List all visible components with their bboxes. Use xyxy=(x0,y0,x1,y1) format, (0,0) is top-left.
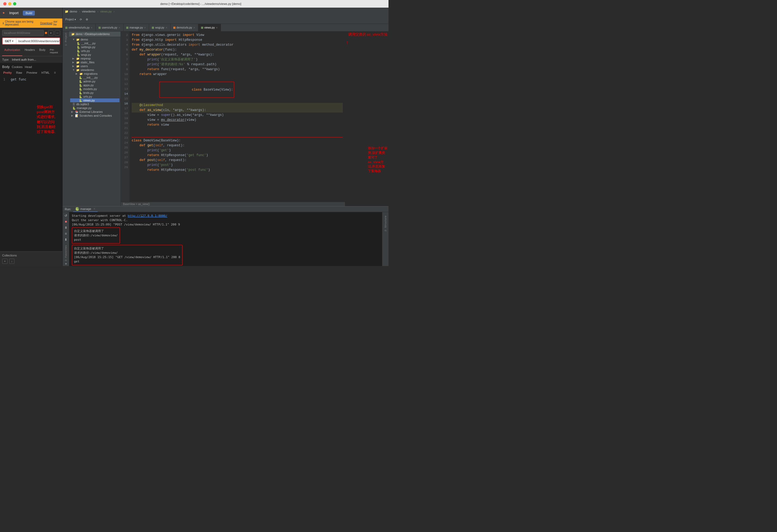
tree-item-urls2[interactable]: 🐍 urls.py xyxy=(70,95,119,99)
tree-label: apps.py xyxy=(83,84,94,87)
method-selector[interactable]: GET ▼ xyxy=(3,38,16,44)
close-icon3[interactable]: ✕ xyxy=(144,26,146,29)
tree-item-views[interactable]: 🐍 views.py xyxy=(70,99,119,102)
tree-item-admin[interactable]: 🐍 admin.py xyxy=(70,80,119,83)
import-button[interactable]: Import xyxy=(7,10,21,16)
tree-item-models[interactable]: 🐍 models.py xyxy=(70,87,119,91)
close-icon4[interactable]: ✕ xyxy=(165,26,168,29)
close-icon5[interactable]: ✕ xyxy=(193,26,195,29)
tree-item-init[interactable]: 🐍 __init__.py xyxy=(70,41,119,45)
close-icon[interactable]: ✕ xyxy=(93,208,96,210)
tree-item-init2[interactable]: 🐍 __init__.py xyxy=(70,76,119,80)
close-button[interactable] xyxy=(3,2,7,5)
toolbar-refresh[interactable]: ⟳ xyxy=(78,17,84,21)
tab-demo-urls[interactable]: demo/urls.py ✕ xyxy=(171,24,198,31)
rerun-button[interactable]: ↺ xyxy=(64,213,68,218)
tab-authorization[interactable]: Authorization xyxy=(2,47,22,56)
tree-label: db.sqlite3 xyxy=(76,103,89,106)
request-tabs: Authorization Headers Body Pre-request xyxy=(0,47,62,56)
tree-label: demo xyxy=(81,38,88,41)
run-line-4: 自定义装饰器被调用了 xyxy=(74,229,118,233)
project-tab-label[interactable]: 1: Project xyxy=(65,33,67,46)
pause-button[interactable]: ⏸ xyxy=(63,225,69,230)
close-icon6[interactable]: ✕ xyxy=(216,26,218,29)
folder-icon: 📁 xyxy=(71,33,75,36)
more-button[interactable]: ··· xyxy=(55,30,60,36)
tree-item-reqresp[interactable]: ▶ 📁 reqresp xyxy=(70,56,119,60)
tree-item-external[interactable]: ▶ 📚 External Libraries xyxy=(70,110,119,114)
tree-label: urls.py xyxy=(83,95,92,98)
url-input-row: + ··· xyxy=(2,30,60,36)
tab-views-active[interactable]: views.py ✕ xyxy=(198,24,221,31)
add-collection-button[interactable]: + xyxy=(2,259,8,264)
run-panel: Run: 🐍 manage ✕ ↺ ■ ⏸ ≡ ⬇ ↗ xyxy=(63,206,388,266)
tree-item-apps[interactable]: 🐍 apps.py xyxy=(70,83,119,87)
tab-pretty[interactable]: Pretty xyxy=(2,71,13,75)
py-icon xyxy=(65,27,68,29)
tab-raw[interactable]: Raw xyxy=(15,71,23,75)
star-icon: ★ xyxy=(65,262,67,265)
tree-item-urls[interactable]: 🐍 urls.py xyxy=(70,49,119,53)
scroll-button[interactable]: ≡ xyxy=(64,231,68,236)
minimize-button[interactable] xyxy=(8,2,11,5)
favorites-label: 2: Favorites xyxy=(65,245,67,261)
active-dot xyxy=(45,32,47,34)
tab-html[interactable]: HTML xyxy=(40,71,50,75)
tab-headers2[interactable]: Head xyxy=(25,65,32,69)
run-line-9: [06/Aug/2018 15:25:15] "GET /view/demovi… xyxy=(74,255,181,259)
tab-preview[interactable]: Preview xyxy=(25,71,38,75)
close-icon[interactable]: ✕ xyxy=(91,26,93,29)
tree-label: tests.py xyxy=(83,91,94,94)
build-button[interactable]: Build xyxy=(23,11,35,15)
tab-headers[interactable]: Headers xyxy=(22,47,37,56)
toolbar-project[interactable]: Project ▾ xyxy=(64,17,78,21)
tree-item-tests[interactable]: 🐍 tests.py xyxy=(70,91,119,95)
tree-item-db[interactable]: 🗄 db.sqlite3 xyxy=(70,102,119,106)
code-lines[interactable]: from django.views.generic import View fr… xyxy=(129,31,345,202)
tree-item-users[interactable]: ▶ 📁 users xyxy=(70,64,119,68)
tree-item-wsgi[interactable]: 🐍 wsgi.py xyxy=(70,53,119,56)
download-link[interactable]: Download xyxy=(40,22,52,25)
run-line-2: Quit the server with CONTROL-C. xyxy=(72,218,379,223)
code-content[interactable]: 2345 6789 10111213 14 15 16 17181920 212… xyxy=(121,31,345,202)
tree-item-static[interactable]: ▶ 📁 static_files xyxy=(70,60,119,64)
tab-manage[interactable]: manage.py ✕ xyxy=(123,24,149,31)
tab-body-label: Body xyxy=(2,65,9,69)
maximize-button[interactable] xyxy=(13,2,16,5)
server-link[interactable]: http://127.0.0.1:8000/ xyxy=(128,214,167,218)
tab-label: viewdemo/urls.py xyxy=(69,26,90,29)
code-line-12: return wrapper xyxy=(132,72,343,77)
run-text-output: Starting development server at http://12… xyxy=(69,212,382,266)
request-url[interactable]: localhost:8000/view/demoview/ xyxy=(16,38,60,44)
import-collection-button[interactable]: ↓ xyxy=(9,259,14,264)
py-icon6 xyxy=(201,27,203,29)
toolbar-gear[interactable]: ⚙ xyxy=(84,17,90,21)
tab-body[interactable]: Body xyxy=(37,47,47,56)
add-tab-button[interactable]: + xyxy=(48,30,53,36)
tab-prerequest[interactable]: Pre-request xyxy=(47,47,60,56)
stop-button[interactable]: ■ xyxy=(64,219,68,224)
tree-item[interactable]: ▼ 📁 demo xyxy=(70,37,119,41)
scroll-end-button[interactable]: ⬇ xyxy=(64,237,68,242)
tab-label5: demo/urls.py xyxy=(177,26,192,29)
tree-item-migrations[interactable]: ▶ 📁 migrations xyxy=(70,72,119,76)
right-annotations: 调用父类的 as_view方法 ↑ 添加一个扩展类,该扩展类重写了as_view… xyxy=(345,31,388,206)
close-icon2[interactable]: ✕ xyxy=(118,26,120,29)
run-line-1: Starting development server at http://12… xyxy=(72,214,379,218)
tab-viewdemo-urls[interactable]: viewdemo/urls.py ✕ xyxy=(63,24,96,31)
code-line-14: class BaseView(View): xyxy=(132,77,343,103)
tree-item-settings[interactable]: 🐍 settings.py xyxy=(70,45,119,49)
url-input[interactable] xyxy=(2,30,44,36)
tree-label: External Libraries xyxy=(80,110,103,113)
window-title: demo [~/Desktop/code/demo] - .../viewdem… xyxy=(16,2,385,5)
tree-item-manage[interactable]: 🐍 manage.py xyxy=(70,106,119,110)
tab-cookies[interactable]: Cookies xyxy=(12,65,23,69)
body-section: Body Cookies Head Pretty Raw Preview HTM… xyxy=(0,63,62,251)
tab-wsgi[interactable]: wsgi.py ✕ xyxy=(149,24,170,31)
code-line-15: @classmethod xyxy=(132,103,343,108)
tree-item-viewdemo[interactable]: ▼ 📁 viewdemo xyxy=(70,68,119,72)
tree-item-scratches[interactable]: ▶ 📝 Scratches and Consoles xyxy=(70,114,119,118)
tab-users-urls[interactable]: users/urls.py ✕ xyxy=(96,24,123,31)
traffic-lights xyxy=(3,2,16,5)
run-tab-manage[interactable]: 🐍 manage ✕ xyxy=(73,207,98,212)
